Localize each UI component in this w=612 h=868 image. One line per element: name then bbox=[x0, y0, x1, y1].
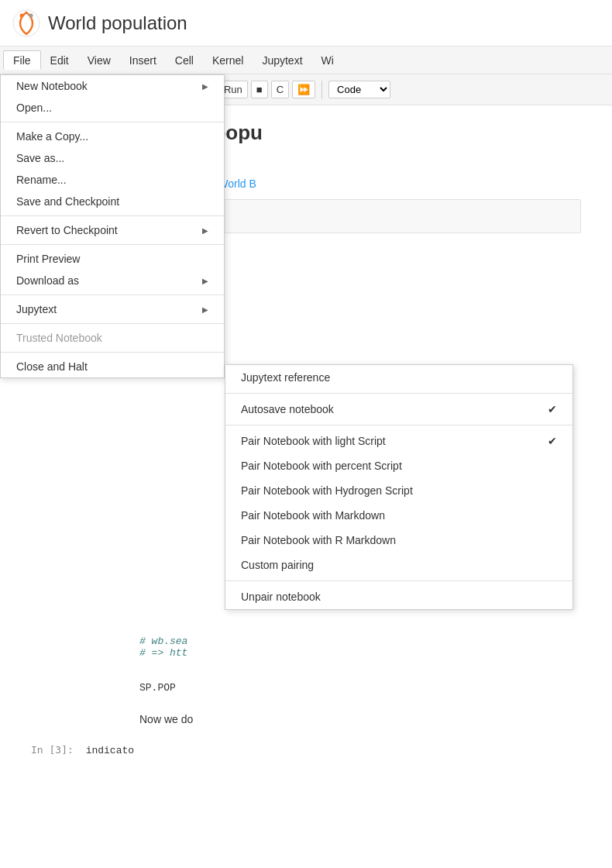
menu-kernel[interactable]: Kernel bbox=[203, 51, 253, 70]
submenu-separator-3 bbox=[225, 580, 572, 581]
menu-trusted-notebook: Trusted Notebook bbox=[1, 327, 224, 349]
menu-open[interactable]: Open... bbox=[1, 97, 224, 119]
submenu-pair-markdown[interactable]: Pair Notebook with Markdown bbox=[225, 503, 572, 528]
menu-edit[interactable]: Edit bbox=[41, 51, 78, 70]
submenu-pair-light[interactable]: Pair Notebook with light Script ✔ bbox=[225, 429, 572, 453]
stop-button[interactable]: ■ bbox=[251, 81, 268, 98]
lower-comment-1: # wb.sea bbox=[139, 636, 187, 647]
submenu-separator-1 bbox=[225, 393, 572, 394]
menu-separator-3 bbox=[1, 244, 224, 245]
menu-new-notebook[interactable]: New Notebook ▶ bbox=[1, 75, 224, 97]
lower-sp-pop: SP.POP bbox=[139, 682, 176, 694]
jupytext-submenu: Jupytext reference Autosave notebook ✔ P… bbox=[225, 364, 573, 610]
pair-light-check-icon: ✔ bbox=[548, 435, 557, 447]
menu-insert[interactable]: Insert bbox=[120, 51, 166, 70]
menu-rename[interactable]: Rename... bbox=[1, 169, 224, 191]
jupytext-arrow-icon: ▶ bbox=[202, 305, 208, 314]
toolbar-separator-4 bbox=[321, 81, 322, 99]
submenu-custom-pairing[interactable]: Custom pairing bbox=[225, 553, 572, 577]
menu-separator-5 bbox=[1, 323, 224, 324]
lower-comment-2: # => htt bbox=[139, 647, 187, 659]
menu-separator-2 bbox=[1, 215, 224, 216]
menu-save-as[interactable]: Save as... bbox=[1, 147, 224, 169]
svg-point-0 bbox=[13, 10, 40, 36]
menu-separator-4 bbox=[1, 294, 224, 295]
download-arrow-icon: ▶ bbox=[202, 277, 208, 285]
menu-jupytext[interactable]: Jupytext bbox=[253, 51, 311, 70]
jupyter-logo-icon bbox=[12, 9, 40, 37]
restart-button[interactable]: C bbox=[271, 81, 289, 98]
svg-point-2 bbox=[29, 13, 33, 17]
menu-revert-checkpoint[interactable]: Revert to Checkpoint ▶ bbox=[1, 219, 224, 241]
submenu-pair-r-markdown[interactable]: Pair Notebook with R Markdown bbox=[225, 528, 572, 553]
menu-file[interactable]: File bbox=[3, 50, 41, 70]
menu-view[interactable]: View bbox=[78, 51, 120, 70]
menu-download-as[interactable]: Download as ▶ bbox=[1, 270, 224, 291]
submenu-autosave[interactable]: Autosave notebook ✔ bbox=[225, 397, 572, 422]
menu-jupytext[interactable]: Jupytext ▶ bbox=[1, 298, 224, 320]
lower-code-area: # wb.sea # => htt bbox=[139, 636, 187, 659]
cell-type-select[interactable]: Code bbox=[328, 81, 390, 98]
lower-text: Now we do bbox=[139, 713, 193, 725]
revert-arrow-icon: ▶ bbox=[202, 226, 208, 235]
autosave-check-icon: ✔ bbox=[548, 403, 557, 415]
menu-wi[interactable]: Wi bbox=[312, 51, 343, 70]
lower-cell-label: In [3]: indicato bbox=[31, 744, 134, 756]
submenu-jupytext-reference[interactable]: Jupytext reference bbox=[225, 365, 572, 390]
submenu-pair-hydrogen[interactable]: Pair Notebook with Hydrogen Script bbox=[225, 478, 572, 503]
menu-print-preview[interactable]: Print Preview bbox=[1, 248, 224, 270]
page-title: World population bbox=[48, 12, 187, 34]
menu-close-halt[interactable]: Close and Halt bbox=[1, 356, 224, 377]
new-notebook-arrow-icon: ▶ bbox=[202, 82, 208, 91]
submenu-separator-2 bbox=[225, 425, 572, 425]
menu-save-checkpoint[interactable]: Save and Checkpoint bbox=[1, 191, 224, 212]
menu-make-copy[interactable]: Make a Copy... bbox=[1, 126, 224, 147]
menu-separator-1 bbox=[1, 122, 224, 122]
menu-bar: File Edit View Insert Cell Kernel Jupyte… bbox=[0, 46, 612, 74]
run-all-button[interactable]: ⏩ bbox=[292, 81, 315, 98]
file-menu-dropdown: New Notebook ▶ Open... Make a Copy... Sa… bbox=[0, 74, 225, 378]
svg-point-1 bbox=[20, 13, 24, 17]
menu-cell[interactable]: Cell bbox=[166, 51, 203, 70]
jupyter-header: World population bbox=[0, 0, 612, 46]
menu-separator-6 bbox=[1, 352, 224, 353]
submenu-pair-percent[interactable]: Pair Notebook with percent Script bbox=[225, 453, 572, 478]
submenu-unpair[interactable]: Unpair notebook bbox=[225, 584, 572, 609]
